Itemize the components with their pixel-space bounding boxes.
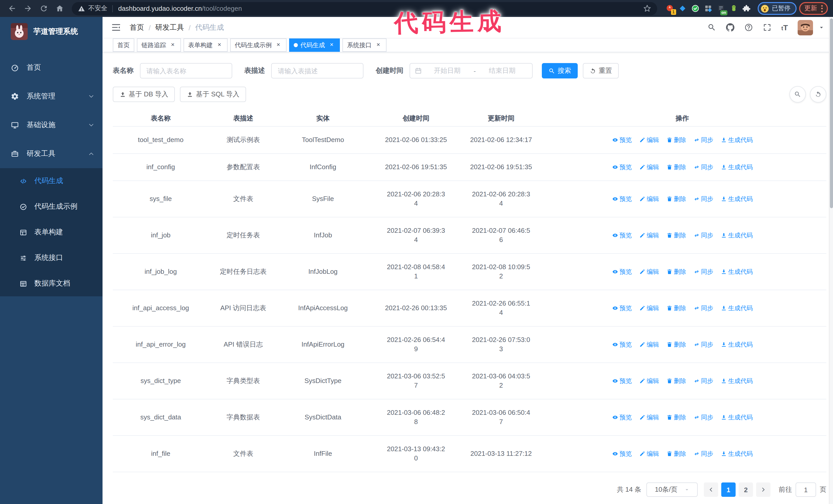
reset-button[interactable]: 重置 [583, 63, 619, 78]
generate-code-link[interactable]: 生成代码 [720, 340, 753, 349]
extension-grid-icon[interactable] [704, 4, 713, 13]
sidebar-item[interactable]: 系统管理 [0, 82, 102, 111]
sync-link[interactable]: 同步 [693, 267, 713, 277]
extension-dark-icon[interactable]: on [717, 4, 725, 13]
tag-tab[interactable]: 系统接口× [342, 39, 386, 52]
page-1-button[interactable]: 1 [721, 482, 736, 497]
close-icon[interactable]: × [375, 42, 382, 49]
goto-page-input[interactable] [795, 482, 816, 497]
import-sql-button[interactable]: 基于 SQL 导入 [180, 87, 246, 102]
tag-tab[interactable]: 首页 [113, 39, 134, 52]
browser-reload-icon[interactable] [40, 4, 48, 13]
breadcrumb-item[interactable]: 首页 [130, 23, 144, 32]
close-icon[interactable]: × [169, 42, 176, 49]
create-time-range-picker[interactable]: 开始日期 - 结束日期 [410, 63, 532, 78]
sync-link[interactable]: 同步 [693, 194, 713, 203]
preview-link[interactable]: 预览 [612, 413, 632, 422]
delete-link[interactable]: 删除 [666, 267, 686, 277]
generate-code-link[interactable]: 生成代码 [720, 135, 753, 145]
extension-blue-diamond-icon[interactable] [678, 4, 687, 13]
avatar-caret-down-icon[interactable] [819, 25, 824, 30]
browser-menu-dots-icon[interactable] [821, 5, 823, 12]
github-icon[interactable] [726, 23, 735, 32]
delete-link[interactable]: 删除 [666, 340, 686, 349]
edit-link[interactable]: 编辑 [639, 304, 659, 313]
sync-link[interactable]: 同步 [693, 163, 713, 172]
sidebar-item[interactable]: 基础设施 [0, 111, 102, 140]
table-name-input[interactable] [140, 63, 232, 78]
sync-link[interactable]: 同步 [693, 376, 713, 386]
delete-link[interactable]: 删除 [666, 304, 686, 313]
extensions-puzzle-icon[interactable] [742, 4, 751, 13]
delete-link[interactable]: 删除 [666, 194, 686, 203]
toggle-search-button[interactable] [789, 86, 806, 102]
page-size-select[interactable]: 10条/页 [646, 482, 698, 497]
sidebar-subitem[interactable]: 系统接口 [0, 245, 102, 271]
sync-link[interactable]: 同步 [693, 340, 713, 349]
edit-link[interactable]: 编辑 [639, 194, 659, 203]
sidebar-item[interactable]: 研发工具 [0, 140, 102, 168]
breadcrumb-item[interactable]: 研发工具 [155, 23, 184, 32]
sidebar-subitem[interactable]: 表单构建 [0, 219, 102, 245]
preview-link[interactable]: 预览 [612, 194, 632, 203]
preview-link[interactable]: 预览 [612, 267, 632, 277]
close-icon[interactable]: × [216, 42, 223, 49]
header-search-icon[interactable] [708, 23, 716, 32]
sidebar-subitem[interactable]: 代码生成 [0, 168, 102, 194]
generate-code-link[interactable]: 生成代码 [720, 231, 753, 240]
sidebar-subitem[interactable]: 数据库文档 [0, 271, 102, 296]
generate-code-link[interactable]: 生成代码 [720, 449, 753, 458]
url-text[interactable]: dashboard.yudao.iocoder.cn/tool/codegen [118, 5, 643, 12]
sync-link[interactable]: 同步 [693, 231, 713, 240]
end-date-placeholder[interactable]: 结束日期 [477, 66, 527, 75]
preview-link[interactable]: 预览 [612, 135, 632, 145]
preview-link[interactable]: 预览 [612, 231, 632, 240]
generate-code-link[interactable]: 生成代码 [720, 267, 753, 277]
refresh-table-button[interactable] [810, 86, 826, 102]
delete-link[interactable]: 删除 [666, 135, 686, 145]
edit-link[interactable]: 编辑 [639, 163, 659, 172]
edit-link[interactable]: 编辑 [639, 267, 659, 277]
browser-back-icon[interactable] [8, 4, 17, 13]
address-bar[interactable]: 不安全 dashboard.yudao.iocoder.cn/tool/code… [72, 2, 657, 15]
not-secure-warning-icon[interactable] [78, 5, 85, 12]
fullscreen-icon[interactable] [763, 23, 771, 32]
prev-page-button[interactable] [704, 482, 718, 497]
generate-code-link[interactable]: 生成代码 [720, 163, 753, 172]
app-logo[interactable]: 芋道管理系统 [0, 17, 102, 45]
import-db-button[interactable]: 基于 DB 导入 [113, 87, 175, 102]
browser-home-icon[interactable] [55, 4, 64, 13]
sync-link[interactable]: 同步 [693, 135, 713, 145]
sync-link[interactable]: 同步 [693, 413, 713, 422]
generate-code-link[interactable]: 生成代码 [720, 304, 753, 313]
sidebar-item[interactable]: 首页 [0, 53, 102, 82]
delete-link[interactable]: 删除 [666, 376, 686, 386]
next-page-button[interactable] [756, 482, 770, 497]
search-button[interactable]: 搜索 [542, 63, 578, 78]
tag-tab[interactable]: 链路追踪× [137, 39, 181, 52]
tag-tab[interactable]: 代码生成示例× [230, 39, 287, 52]
extension-orange-icon[interactable]: 1 [665, 4, 674, 13]
sidebar-subitem[interactable]: 代码生成示例 [0, 194, 102, 219]
scrollbar-thumb[interactable] [830, 19, 833, 208]
window-scrollbar[interactable] [829, 17, 833, 504]
preview-link[interactable]: 预览 [612, 376, 632, 386]
sidebar-toggle-icon[interactable] [111, 23, 121, 32]
extension-green-figure-icon[interactable] [730, 4, 738, 13]
preview-link[interactable]: 预览 [612, 163, 632, 172]
edit-link[interactable]: 编辑 [639, 449, 659, 458]
preview-link[interactable]: 预览 [612, 304, 632, 313]
browser-forward-icon[interactable] [24, 4, 32, 13]
delete-link[interactable]: 删除 [666, 231, 686, 240]
page-2-button[interactable]: 2 [739, 482, 753, 497]
bookmark-star-icon[interactable] [643, 5, 651, 12]
tag-tab[interactable]: 表单构建× [184, 39, 228, 52]
font-size-icon[interactable]: tT [781, 24, 788, 31]
generate-code-link[interactable]: 生成代码 [720, 413, 753, 422]
generate-code-link[interactable]: 生成代码 [720, 194, 753, 203]
sync-link[interactable]: 同步 [693, 304, 713, 313]
table-desc-input[interactable] [271, 63, 363, 78]
edit-link[interactable]: 编辑 [639, 135, 659, 145]
preview-link[interactable]: 预览 [612, 449, 632, 458]
close-icon[interactable]: × [275, 42, 282, 49]
